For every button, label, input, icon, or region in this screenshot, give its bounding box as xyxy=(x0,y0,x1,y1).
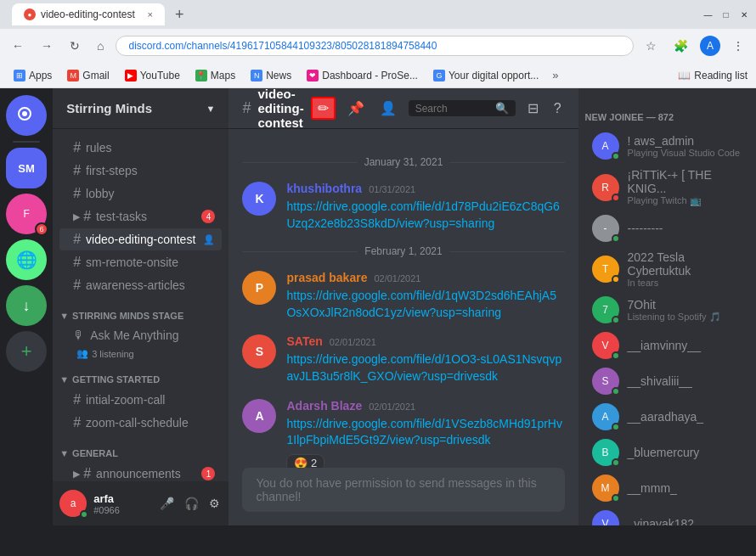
msg-link-saten[interactable]: https://drive.google.com/file/d/1OO3-sL0… xyxy=(286,352,561,383)
test-tasks-badge: 4 xyxy=(201,210,215,223)
bookmark-news[interactable]: N News xyxy=(245,68,296,83)
tab-title: video-editing-contest xyxy=(41,8,135,20)
channel-video-editing[interactable]: # video-editing-contest 👤 xyxy=(59,228,222,250)
member-shivaliii[interactable]: S __shivaliii__ xyxy=(585,364,749,398)
date-divider-feb1: February 1, 2021 xyxy=(242,245,564,257)
maximize-btn[interactable]: □ xyxy=(720,9,731,20)
mute-btn[interactable]: 🎤 xyxy=(158,495,176,512)
member-7ohit[interactable]: 7 7Ohit Listening to Spotify 🎵 xyxy=(585,293,749,327)
extensions-btn[interactable]: 🧩 xyxy=(669,36,693,56)
chat-input-area: You do not have permission to send messa… xyxy=(228,468,578,525)
bookmark-gmail[interactable]: M Gmail xyxy=(62,68,114,83)
member-avatar-shivaliii: S xyxy=(592,368,619,395)
edit-icon-btn[interactable]: ✏ xyxy=(311,97,336,120)
msg-link-khushi[interactable]: https://drive.google.com/file/d/1d78Pdu2… xyxy=(286,199,559,230)
server-icon-f[interactable]: F 6 xyxy=(6,194,47,234)
address-bar[interactable]: discord.com/channels/419617105844109323/… xyxy=(116,36,634,56)
digital-bookmark-icon: G xyxy=(433,70,445,81)
settings-btn[interactable]: ⚙ xyxy=(207,495,222,512)
hash-icon: # xyxy=(73,186,81,201)
minimize-btn[interactable]: — xyxy=(702,9,714,20)
add-server-btn[interactable]: + xyxy=(6,331,47,372)
bookmark-youtube[interactable]: ▶ YouTube xyxy=(120,68,185,83)
bookmark-dashboard[interactable]: ❤ Dashboard - ProSe... xyxy=(302,68,423,83)
member-avatar-7ohit: 7 xyxy=(592,296,619,323)
member-vinayak182[interactable]: V _vinayak182 xyxy=(585,507,749,525)
user-discriminator: #0966 xyxy=(93,505,151,515)
server-icon-sm[interactable]: SM xyxy=(6,148,47,188)
discord-app: SM F 6 🌐 ↓ + Stirring Minds ▼ # rules # … xyxy=(0,88,756,525)
search-box[interactable]: 🔍 xyxy=(409,100,516,116)
stage-ask-me-anything[interactable]: 🎙 Ask Me Anything xyxy=(59,325,222,345)
bookmark-star-btn[interactable]: ☆ xyxy=(640,36,662,56)
chat-messages: January 31, 2021 K khushibothra 01/31/20… xyxy=(228,129,578,468)
search-input[interactable] xyxy=(415,103,492,115)
deafen-btn[interactable]: 🎧 xyxy=(183,495,200,512)
msg-link-adarsh[interactable]: https://drive.google.com/file/d/1VSezb8c… xyxy=(286,417,562,447)
user-area: a arfa #0966 🎤 🎧 ⚙ xyxy=(53,481,228,525)
member-aws-admin[interactable]: A ! aws_admin Playing Visual Studio Code xyxy=(585,129,749,163)
channel-test-tasks[interactable]: ▶ # test-tasks 4 xyxy=(59,205,222,227)
channel-hash-icon: # xyxy=(242,99,251,117)
tab-favicon: ● xyxy=(24,8,36,20)
active-tab[interactable]: ● video-editing-contest × xyxy=(12,3,165,25)
server-icon-download[interactable]: ↓ xyxy=(6,285,47,326)
member-mmm[interactable]: M __mmm_ xyxy=(585,471,749,505)
new-tab-btn[interactable]: + xyxy=(170,6,189,24)
member-iamvinny[interactable]: V __iamvinny__ xyxy=(585,329,749,362)
channel-intial-zoom-label: intial-zoom-call xyxy=(86,393,165,407)
channel-intial-zoom[interactable]: # intial-zoom-call xyxy=(59,389,222,411)
members-sidebar: NEW JOINEE — 872 A ! aws_admin Playing V… xyxy=(578,88,756,525)
display-icon-btn[interactable]: ⊟ xyxy=(524,98,542,118)
hash-icon: # xyxy=(73,163,81,178)
channel-zoom-schedule[interactable]: # zoom-call-schedule xyxy=(59,412,222,434)
member-rittik[interactable]: R ¡RiTTiK-+ [ THE KNIG... Playing Twitch… xyxy=(585,165,749,210)
msg-time-khushi: 01/31/2021 xyxy=(369,184,415,194)
tab-close-btn[interactable]: × xyxy=(148,9,153,20)
home-btn[interactable]: ⌂ xyxy=(92,36,109,56)
member-name-mmm: __mmm_ xyxy=(628,481,677,495)
msg-link-prasad[interactable]: https://drive.google.com/file/d/1qW3D2sd… xyxy=(286,289,556,319)
bookmarks-more-btn[interactable]: » xyxy=(549,69,561,81)
server-header[interactable]: Stirring Minds ▼ xyxy=(53,88,228,129)
channel-announcements[interactable]: ▶ # announcements 1 xyxy=(59,463,222,481)
bookmark-maps[interactable]: 📍 Maps xyxy=(190,68,240,83)
news-bookmark-icon: N xyxy=(251,70,262,81)
reading-list-btn[interactable]: 📖 Reading list xyxy=(678,70,748,81)
bookmark-digital[interactable]: G Your digital opport... xyxy=(428,68,544,83)
apps-bookmark-icon: ⊞ xyxy=(14,70,25,81)
channel-lobby[interactable]: # lobby xyxy=(59,183,222,205)
member-aaradhaya[interactable]: A __aaradhaya_ xyxy=(585,400,749,434)
category-getting-started[interactable]: ▼ GETTING STARTED xyxy=(53,361,228,388)
channel-rules[interactable]: # rules xyxy=(59,137,222,159)
channel-first-steps[interactable]: # first-steps xyxy=(59,160,222,182)
channel-awareness[interactable]: # awareness-articles xyxy=(59,274,222,296)
notification-badge: 6 xyxy=(35,222,48,236)
chat-no-permission: You do not have permission to send messa… xyxy=(242,468,564,512)
add-member-icon-btn[interactable]: 👤 xyxy=(376,98,400,118)
category-general[interactable]: ▼ GENERAL xyxy=(53,435,228,462)
forward-btn[interactable]: → xyxy=(36,36,58,56)
close-btn[interactable]: ✕ xyxy=(738,9,749,20)
menu-btn[interactable]: ⋮ xyxy=(727,36,749,56)
bookmark-apps[interactable]: ⊞ Apps xyxy=(8,68,57,83)
back-btn[interactable]: ← xyxy=(7,36,29,56)
help-icon-btn[interactable]: ? xyxy=(550,99,565,118)
msg-reaction-adarsh[interactable]: 😍 2 xyxy=(286,454,324,468)
category-stirring-minds-stage[interactable]: ▼ STIRRING MINDS STAGE xyxy=(53,297,228,324)
channel-sidebar: Stirring Minds ▼ # rules # first-steps #… xyxy=(53,88,228,525)
msg-content-prasad: prasad bakare 02/01/2021 https://drive.g… xyxy=(286,271,564,321)
member-bluemercury[interactable]: B _bluemercury xyxy=(585,435,749,469)
refresh-btn[interactable]: ↻ xyxy=(65,36,85,56)
channel-sm-remote[interactable]: # sm-remote-onsite xyxy=(59,251,222,273)
category-collapse-icon2: ▼ xyxy=(59,374,69,385)
member-dashes[interactable]: - --------- xyxy=(585,211,749,245)
category-getting-started-label: GETTING STARTED xyxy=(72,374,160,385)
pin-icon-btn[interactable]: 📌 xyxy=(344,98,368,118)
member-name-tesla: 2022 Tesla Cybertuktuk xyxy=(628,250,742,278)
server-icon-teal[interactable]: 🌐 xyxy=(6,239,47,280)
discord-home-btn[interactable] xyxy=(6,95,47,136)
profile-btn[interactable]: A xyxy=(700,36,720,56)
channel-rules-label: rules xyxy=(86,141,111,154)
member-tesla[interactable]: T 2022 Tesla Cybertuktuk In tears xyxy=(585,247,749,291)
